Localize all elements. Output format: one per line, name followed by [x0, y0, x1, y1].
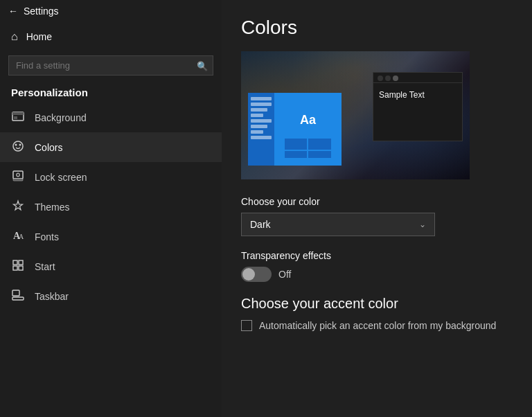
- svg-rect-14: [19, 266, 23, 270]
- sidebar-item-colors[interactable]: Colors: [0, 132, 222, 162]
- svg-point-3: [13, 141, 23, 151]
- background-label: Background: [35, 112, 87, 123]
- search-input[interactable]: [8, 55, 213, 76]
- preview-bar-2: [251, 103, 272, 106]
- preview-tile-4: [308, 151, 331, 158]
- preview-bar-5: [251, 119, 272, 123]
- transparency-label: Transparency effects: [241, 250, 513, 261]
- accent-color-section: Choose your accent color Automatically p…: [241, 296, 513, 331]
- search-icon: 🔍: [197, 60, 208, 71]
- preview-bar-6: [251, 125, 267, 128]
- transparency-toggle-row: Off: [241, 267, 513, 282]
- color-dropdown-value: Dark: [250, 219, 271, 230]
- preview-bar-8: [251, 136, 272, 139]
- svg-point-4: [15, 144, 17, 146]
- sidebar-item-start[interactable]: Start: [0, 251, 222, 281]
- svg-rect-16: [12, 290, 19, 296]
- back-arrow-icon: ←: [8, 6, 18, 17]
- transparency-section: Transparency effects Off: [241, 250, 513, 282]
- page-title: Colors: [241, 17, 513, 39]
- fonts-label: Fonts: [35, 231, 59, 242]
- svg-point-5: [19, 144, 21, 146]
- sidebar-item-lock-screen[interactable]: Lock screen: [0, 162, 222, 192]
- preview-aa-text: Aa: [293, 107, 323, 133]
- sidebar-item-background[interactable]: Background: [0, 103, 222, 132]
- preview-bar-3: [251, 108, 267, 112]
- svg-text:A: A: [19, 233, 24, 240]
- sidebar: ← Settings ⌂ Home 🔍 Personalization Back…: [0, 0, 222, 417]
- auto-pick-label: Automatically pick an accent color from …: [259, 320, 496, 331]
- preview-bar-1: [251, 97, 272, 100]
- sidebar-item-taskbar[interactable]: Taskbar: [0, 281, 222, 311]
- color-choice-label: Choose your color: [241, 196, 513, 207]
- themes-icon: [11, 199, 25, 214]
- home-label: Home: [26, 31, 52, 42]
- lock-screen-icon: [11, 170, 25, 184]
- search-box[interactable]: 🔍: [8, 55, 213, 76]
- transparency-state-label: Off: [278, 269, 291, 280]
- svg-rect-11: [13, 260, 17, 265]
- personalization-section-label: Personalization: [0, 81, 222, 103]
- auto-pick-row[interactable]: Automatically pick an accent color from …: [241, 320, 513, 331]
- svg-rect-2: [14, 116, 17, 119]
- taskbar-label: Taskbar: [35, 291, 69, 302]
- accent-color-title: Choose your accent color: [241, 296, 513, 312]
- preview-tile-2: [308, 139, 331, 150]
- themes-label: Themes: [35, 202, 70, 213]
- colors-icon: [11, 140, 25, 154]
- color-preview: Aa Sample Text: [241, 51, 470, 179]
- settings-header[interactable]: ← Settings: [0, 0, 222, 22]
- color-dropdown[interactable]: Dark ⌄: [241, 213, 435, 236]
- svg-rect-7: [13, 179, 23, 181]
- start-icon: [11, 259, 25, 274]
- sidebar-item-fonts[interactable]: A A Fonts: [0, 222, 222, 251]
- transparency-toggle[interactable]: [241, 267, 272, 282]
- svg-rect-12: [19, 260, 23, 265]
- preview-light-window: Aa: [248, 93, 342, 166]
- colors-label: Colors: [35, 142, 62, 153]
- main-content: Colors Aa: [222, 0, 532, 417]
- svg-rect-6: [13, 171, 23, 179]
- svg-rect-8: [17, 173, 19, 177]
- color-choice-section: Choose your color Dark ⌄: [241, 196, 513, 236]
- home-icon: ⌂: [11, 30, 18, 43]
- auto-pick-checkbox[interactable]: [241, 320, 252, 331]
- preview-dark-window: Sample Text: [373, 72, 463, 141]
- preview-bar-7: [251, 130, 263, 134]
- chevron-down-icon: ⌄: [419, 220, 426, 229]
- preview-bar-4: [251, 114, 263, 117]
- taskbar-icon: [11, 289, 25, 303]
- preview-sample-text: Sample Text: [373, 83, 462, 107]
- background-icon: [11, 110, 25, 125]
- preview-sidebar: [248, 93, 274, 166]
- svg-rect-1: [12, 112, 24, 115]
- svg-rect-15: [12, 297, 24, 300]
- toggle-thumb: [242, 268, 255, 281]
- home-nav-item[interactable]: ⌂ Home: [0, 22, 222, 51]
- sidebar-item-themes[interactable]: Themes: [0, 192, 222, 222]
- fonts-icon: A A: [11, 229, 25, 244]
- preview-tile-3: [285, 151, 308, 158]
- start-label: Start: [35, 261, 55, 272]
- lock-screen-label: Lock screen: [35, 172, 87, 183]
- settings-title: Settings: [24, 6, 59, 17]
- preview-tile-1: [285, 139, 308, 150]
- svg-rect-13: [13, 266, 17, 270]
